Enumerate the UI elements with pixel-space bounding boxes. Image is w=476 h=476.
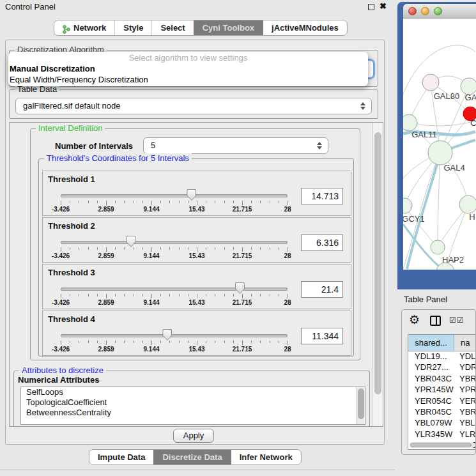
network-window-titlebar[interactable] xyxy=(403,4,476,19)
table-row[interactable]: YER054CYER0 xyxy=(408,396,475,407)
node-label-hap2: HAP2 xyxy=(442,255,464,265)
float-icon[interactable] xyxy=(368,4,374,10)
apply-button[interactable]: Apply xyxy=(173,429,214,443)
tick-mark xyxy=(197,201,197,205)
table-row[interactable]: YBR045CYBR0 xyxy=(408,407,475,418)
tick-mark xyxy=(288,201,288,205)
horizontal-scrollbar-thumb[interactable] xyxy=(410,443,472,447)
threshold-3-slider-track[interactable] xyxy=(61,288,288,291)
numerical-attributes-label: Numerical Attributes xyxy=(18,375,99,385)
table-row[interactable]: YBL079WYBL0 xyxy=(408,418,475,429)
threshold-2-value-field[interactable]: 6.316 xyxy=(301,234,343,251)
tab-jactivemnodules[interactable]: jActiveMNodules xyxy=(263,20,347,35)
threshold-1-value-field[interactable]: 14.713 xyxy=(301,188,343,204)
column-header-name[interactable]: na xyxy=(454,335,475,351)
tick-label: 21.715 xyxy=(233,252,252,259)
table-row[interactable]: YDR27...YDR2 xyxy=(408,362,475,373)
attribute-item-betweennesscentrality[interactable]: BetweennessCentrality xyxy=(21,408,365,418)
tick-mark xyxy=(242,201,243,205)
tick-mark xyxy=(142,201,143,203)
cell-name: YLR3 xyxy=(454,429,475,440)
spinner-icon[interactable] xyxy=(360,102,365,111)
threshold-2-slider-track[interactable] xyxy=(61,241,288,244)
close-icon[interactable]: ✖ xyxy=(380,1,387,11)
table-panel-title: Table Panel xyxy=(404,295,447,304)
bottom-tab-bar: Impute DataDiscretize DataInfer Network xyxy=(89,449,302,465)
tick-mark xyxy=(279,294,279,296)
checkbox-icons[interactable]: ☑☑ xyxy=(449,316,464,325)
thresholds-group-title: Threshold's Coordinates for 5 Intervals xyxy=(44,153,192,163)
tab-network[interactable]: Network xyxy=(54,20,114,35)
minimize-traffic-light[interactable] xyxy=(421,7,429,15)
vertical-scrollbar-thumb[interactable] xyxy=(374,132,381,394)
tab-style[interactable]: Style xyxy=(114,20,151,35)
node-label-h: H xyxy=(469,212,475,222)
attributes-group-title: Attributes to discretize xyxy=(19,365,106,375)
horizontal-scrollbar[interactable] xyxy=(410,442,475,448)
tab-impute-data[interactable]: Impute Data xyxy=(89,450,153,464)
close-traffic-light[interactable] xyxy=(408,7,417,15)
tick-mark xyxy=(106,341,107,345)
gear-icon[interactable]: ⚙ xyxy=(409,312,420,327)
network-node[interactable] xyxy=(459,196,476,213)
vertical-scrollbar[interactable] xyxy=(372,123,383,426)
spinner-icon[interactable] xyxy=(316,141,322,150)
tick-mark xyxy=(270,294,270,296)
tick-mark xyxy=(251,201,252,203)
network-node[interactable] xyxy=(403,198,412,213)
settings-scroll-area: Interval Definition Number of Intervals … xyxy=(9,122,383,427)
threshold-1-slider-thumb[interactable] xyxy=(187,189,196,201)
tab-cyni-toolbox[interactable]: Cyni Toolbox xyxy=(194,20,263,35)
attribute-item-selfloops[interactable]: SelfLoops xyxy=(21,387,365,397)
columns-icon[interactable] xyxy=(430,316,441,326)
tab-select[interactable]: Select xyxy=(151,20,193,35)
network-node[interactable] xyxy=(431,240,445,254)
tick-mark xyxy=(197,341,197,345)
threshold-1-label: Threshold 1 xyxy=(48,174,95,184)
tick-mark xyxy=(70,341,70,343)
popup-option-manual-discretization[interactable]: Manual Discretization xyxy=(8,63,368,74)
tick-mark xyxy=(134,341,134,343)
tick-mark xyxy=(115,201,116,203)
network-node[interactable] xyxy=(428,141,452,165)
tick-mark xyxy=(215,247,215,250)
zoom-traffic-light[interactable] xyxy=(434,7,442,15)
tick-mark xyxy=(97,201,98,203)
threshold-1-slider-track[interactable] xyxy=(61,194,288,197)
table-data-combo[interactable]: galFiltered.sif default node xyxy=(15,98,372,114)
tick-mark xyxy=(270,247,270,250)
list-scrollbar[interactable] xyxy=(356,387,365,424)
tick-mark xyxy=(279,341,279,343)
threshold-panel-4: Threshold 4-3.4262.8599.14415.4321.71528… xyxy=(42,311,351,356)
threshold-4-slider-thumb[interactable] xyxy=(162,329,172,341)
threshold-3-label: Threshold 3 xyxy=(48,268,95,277)
tick-mark xyxy=(188,201,188,203)
tick-mark xyxy=(260,341,261,343)
tab-infer-network[interactable]: Infer Network xyxy=(231,450,301,464)
tick-label: 21.715 xyxy=(233,346,252,353)
column-header-shared[interactable]: shared... xyxy=(408,335,454,351)
network-node[interactable] xyxy=(403,114,417,131)
threshold-3-slider-thumb[interactable] xyxy=(235,282,245,294)
popup-option-equal-width-frequency[interactable]: Equal Width/Frequency Discretization xyxy=(8,74,368,85)
tick-mark xyxy=(288,341,288,345)
tick-label: -3.426 xyxy=(52,346,70,353)
table-row[interactable]: YPR145WYPR1 xyxy=(408,385,475,395)
attribute-item-topologicalcoefficient[interactable]: TopologicalCoefficient xyxy=(21,397,365,408)
number-of-intervals-combo[interactable]: 5 xyxy=(143,137,328,154)
list-scrollbar-thumb[interactable] xyxy=(358,388,364,419)
network-canvas[interactable]: GAL80GAGAL11CGAL4GCY1HHAP2 xyxy=(403,19,476,270)
table-row[interactable]: YLR345WYLR3 xyxy=(408,429,475,440)
tick-mark xyxy=(279,247,279,250)
threshold-3-value-field[interactable]: 21.4 xyxy=(301,281,343,298)
threshold-2-slider-thumb[interactable] xyxy=(127,236,136,247)
tick-mark xyxy=(106,201,107,205)
threshold-4-value-field[interactable]: 11.344 xyxy=(301,328,343,344)
table-row[interactable]: YBR043CYBR0 xyxy=(408,374,475,385)
tick-mark xyxy=(242,341,243,345)
tab-discretize-data[interactable]: Discretize Data xyxy=(153,450,230,464)
threshold-4-slider-track[interactable] xyxy=(61,334,288,337)
tick-mark xyxy=(61,341,61,345)
network-node[interactable] xyxy=(422,74,439,91)
table-row[interactable]: YDL19...YDL1 xyxy=(408,351,475,362)
